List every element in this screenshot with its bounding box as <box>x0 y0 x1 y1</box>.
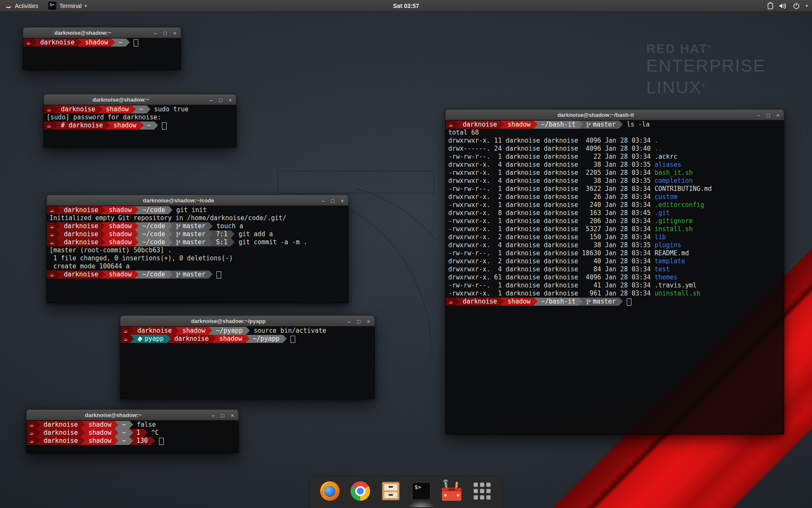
maximize-button[interactable]: □ <box>219 97 222 103</box>
powerline-separator <box>81 421 85 429</box>
terminal-cursor <box>291 336 295 343</box>
close-button[interactable]: × <box>776 113 779 118</box>
file-name: plugins <box>655 241 681 249</box>
close-button[interactable]: × <box>340 198 344 204</box>
redhat-icon <box>123 329 128 334</box>
redhat-icon <box>448 122 453 127</box>
activities-label: Activities <box>15 3 38 9</box>
window-controls: –□× <box>348 316 370 327</box>
powerline-separator <box>151 437 155 445</box>
powerline-separator <box>130 335 134 343</box>
maximize-button[interactable]: □ <box>164 30 167 36</box>
terminal-output-line: 1 file changed, 0 insertions(+), 0 delet… <box>47 254 348 262</box>
dock-item-files[interactable] <box>381 481 401 501</box>
dock-item-app-grid[interactable] <box>472 481 492 501</box>
window-controls: –□× <box>321 195 344 206</box>
powerline-separator <box>455 298 459 306</box>
minimize-button[interactable]: – <box>211 413 214 418</box>
terminal-body[interactable]: darknoiseshadow~falsedarknoiseshadow~1^C… <box>26 420 239 453</box>
maximize-button[interactable]: □ <box>357 319 361 324</box>
prompt-line: darknoiseshadow~130 <box>27 437 238 445</box>
powerline-separator <box>212 335 216 343</box>
terminal-body[interactable]: darknoiseshadow~/pyappsource bin/activat… <box>120 326 375 399</box>
window-title: darknoise@shadow:~/bash-it <box>446 110 746 121</box>
prompt-segment-user: darknoise <box>171 335 212 343</box>
file-name: lib <box>655 233 666 241</box>
window-title: darknoise@shadow:~/pyapp <box>121 316 336 327</box>
file-name: install.sh <box>655 225 693 233</box>
terminal-body[interactable]: darknoiseshadow~sudo true[sudo] password… <box>44 105 236 147</box>
terminal-body[interactable]: darknoiseshadow~ <box>23 38 181 70</box>
maximize-button[interactable]: □ <box>767 113 770 118</box>
ls-row: drwxrwxr-x. 2 darknoise darknoise 150 Ja… <box>446 233 784 241</box>
powerline-separator <box>144 429 148 437</box>
powerline-separator <box>102 222 105 230</box>
app-menu-terminal[interactable]: $> Terminal ▾ <box>43 0 92 11</box>
chrome-icon <box>351 481 370 501</box>
window-titlebar[interactable]: darknoise@shadow:~–□× <box>26 409 239 420</box>
window-titlebar[interactable]: darknoise@shadow:~/bash-it–□× <box>445 109 784 120</box>
dock-item-firefox[interactable] <box>320 481 340 501</box>
prompt-segment-host: shadow <box>179 327 208 335</box>
system-status-area[interactable]: ▾ <box>768 0 808 11</box>
powerline-separator <box>619 298 623 306</box>
clock[interactable]: Sat 03:57 <box>393 3 419 9</box>
maximize-button[interactable]: □ <box>221 413 225 418</box>
prompt-line: darknoiseshadow~sudo true <box>44 105 236 113</box>
prompt-segment-host: shadow <box>105 271 135 279</box>
terminal-body[interactable]: darknoiseshadow~/codegit initInitialized… <box>47 206 348 303</box>
close-button[interactable]: × <box>230 413 234 418</box>
minimize-button[interactable]: – <box>209 97 212 103</box>
powerline-separator <box>579 121 583 129</box>
redhat-prompt-icon <box>47 230 57 238</box>
dock-item-chrome[interactable] <box>350 481 370 501</box>
close-button[interactable]: × <box>173 30 176 36</box>
command-text: ls -la <box>623 121 650 129</box>
minimize-button[interactable]: – <box>348 319 351 324</box>
prompt-segment-git: master <box>173 222 209 230</box>
ls-row: drwx------. 24 darknoise darknoise 4096 … <box>446 145 784 153</box>
file-cabinet-icon <box>382 482 400 500</box>
redhat-icon <box>123 337 128 342</box>
maximize-button[interactable]: □ <box>331 198 335 204</box>
prompt-line: darknoiseshadow~ <box>23 39 181 47</box>
prompt-line: darknoiseshadow~false <box>27 421 238 429</box>
prompt-segment-user: darknoise <box>134 327 175 335</box>
ls-row: -rwxrwxr-x. 1 darknoise darknoise 5327 J… <box>446 225 784 233</box>
redhat-icon <box>47 123 52 128</box>
minimize-button[interactable]: – <box>154 30 157 36</box>
powerline-separator <box>246 327 250 335</box>
activities-button[interactable]: Activities <box>0 0 43 11</box>
window-titlebar[interactable]: darknoise@shadow:~/code–□× <box>47 195 348 206</box>
app-menu-label: Terminal <box>59 3 82 9</box>
chevron-down-icon: ▾ <box>806 3 808 8</box>
close-button[interactable]: × <box>367 319 370 324</box>
powerline-separator <box>140 121 144 130</box>
redhat-icon <box>29 439 34 444</box>
file-name: CONTRIBUTING.md <box>655 185 712 193</box>
prompt-segment-path: ~/code <box>139 238 168 246</box>
dock: $> <box>309 476 503 508</box>
minimize-button[interactable]: – <box>757 113 760 118</box>
ls-row: drwxrwxr-x. 2 darknoise darknoise 40 Jan… <box>446 257 784 265</box>
ls-row: drwxrwxr-x. 8 darknoise darknoise 163 Ja… <box>446 209 784 217</box>
redhat-icon <box>26 40 31 45</box>
file-name: .gitignore <box>655 217 693 225</box>
redhat-prompt-icon <box>47 238 57 246</box>
dock-item-toolbox[interactable] <box>442 481 462 501</box>
file-name: . <box>655 137 658 144</box>
dock-item-terminal[interactable]: $> <box>411 481 431 501</box>
ls-row: -rwxrwxr-x. 1 darknoise darknoise 2205 J… <box>446 169 784 177</box>
minimize-button[interactable]: – <box>321 198 324 204</box>
powerline-separator <box>579 298 583 306</box>
terminal-body[interactable]: darknoiseshadow~/bash-itmasterls -latota… <box>445 120 784 434</box>
ls-row: drwxrwxr-x. 4 darknoise darknoise 38 Jan… <box>446 177 784 185</box>
close-button[interactable]: × <box>228 97 232 103</box>
terminal-window: darknoise@shadow:~/pyapp–□×darknoiseshad… <box>120 315 375 399</box>
window-titlebar[interactable]: darknoise@shadow:~–□× <box>44 94 236 105</box>
redhat-prompt-icon <box>446 121 455 129</box>
window-titlebar[interactable]: darknoise@shadow:~/pyapp–□× <box>120 315 375 326</box>
prompt-segment-git: master <box>583 121 619 129</box>
window-titlebar[interactable]: darknoise@shadow:~–□× <box>23 27 181 38</box>
prompt-segment-venv: pyapp <box>134 335 167 343</box>
